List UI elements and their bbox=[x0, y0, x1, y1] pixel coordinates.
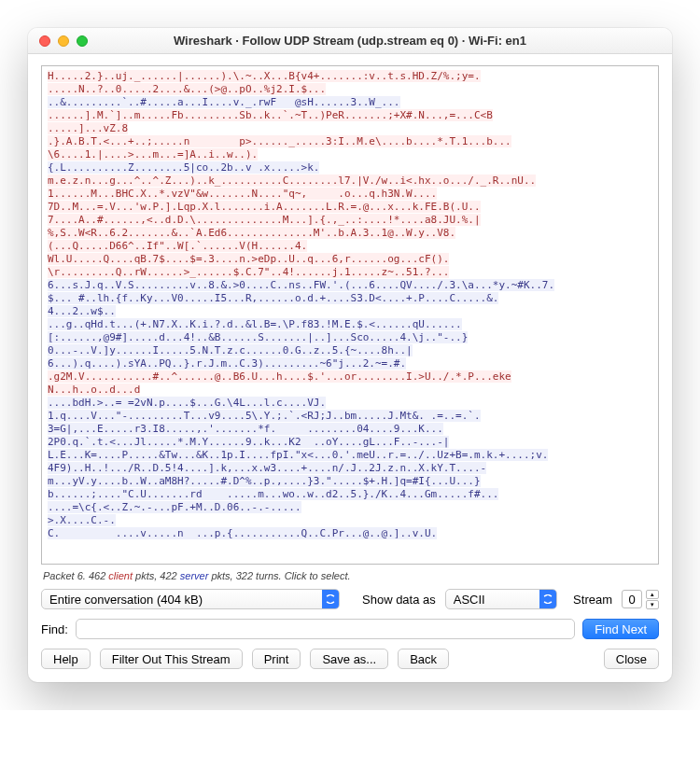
status-prefix: Packet 6. 462 bbox=[43, 570, 108, 581]
stream-stepper: ▴ ▾ bbox=[622, 590, 659, 609]
zoom-window-icon[interactable] bbox=[77, 35, 88, 47]
close-window-icon[interactable] bbox=[39, 35, 50, 47]
find-next-button[interactable]: Find Next bbox=[582, 619, 659, 639]
back-button[interactable]: Back bbox=[398, 649, 449, 669]
minimize-window-icon[interactable] bbox=[58, 35, 69, 47]
filter-out-button[interactable]: Filter Out This Stream bbox=[100, 649, 243, 669]
close-button[interactable]: Close bbox=[604, 649, 659, 669]
find-input[interactable] bbox=[76, 619, 575, 639]
status-server-word: server bbox=[180, 570, 209, 581]
show-as-select-wrap: ASCII bbox=[445, 589, 557, 609]
stream-number-input[interactable] bbox=[622, 590, 642, 608]
help-button[interactable]: Help bbox=[41, 649, 91, 669]
status-mid: pkts, 422 bbox=[133, 570, 180, 581]
print-button[interactable]: Print bbox=[252, 649, 301, 669]
traffic-lights bbox=[28, 35, 88, 47]
stream-text[interactable]: H.....2.}..uj._......|......).\.~..X...B… bbox=[41, 65, 659, 565]
button-row: Help Filter Out This Stream Print Save a… bbox=[41, 649, 659, 669]
spacer bbox=[458, 649, 595, 669]
status-suffix: pkts, 322 turns. Click to select. bbox=[208, 570, 350, 581]
titlebar: Wireshark · Follow UDP Stream (udp.strea… bbox=[28, 28, 672, 54]
window-title: Wireshark · Follow UDP Stream (udp.strea… bbox=[28, 34, 672, 48]
window: Wireshark · Follow UDP Stream (udp.strea… bbox=[28, 28, 672, 682]
stream-label: Stream bbox=[573, 593, 612, 607]
find-label: Find: bbox=[41, 622, 68, 636]
conversation-select-wrap: Entire conversation (404 kB) bbox=[41, 589, 340, 609]
show-as-select[interactable]: ASCII bbox=[445, 589, 557, 609]
show-as-label: Show data as bbox=[362, 593, 436, 607]
status-line: Packet 6. 462 client pkts, 422 server pk… bbox=[43, 570, 657, 581]
conversation-select[interactable]: Entire conversation (404 kB) bbox=[41, 589, 340, 609]
stream-step-down[interactable]: ▾ bbox=[646, 600, 659, 609]
find-row: Find: Find Next bbox=[41, 619, 659, 639]
status-client-word: client bbox=[108, 570, 133, 581]
options-row: Entire conversation (404 kB) Show data a… bbox=[41, 589, 659, 609]
save-as-button[interactable]: Save as... bbox=[310, 649, 388, 669]
stream-step-up[interactable]: ▴ bbox=[646, 590, 659, 599]
content: H.....2.}..uj._......|......).\.~..X...B… bbox=[28, 54, 672, 682]
